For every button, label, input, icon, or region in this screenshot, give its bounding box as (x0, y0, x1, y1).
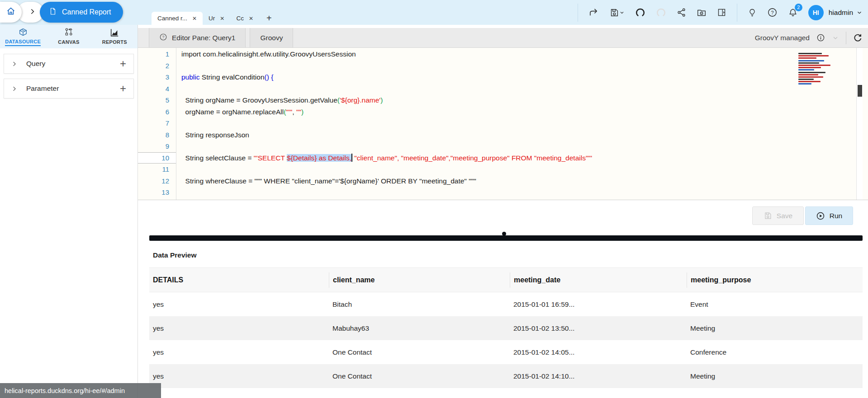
pane-divider[interactable] (149, 235, 863, 241)
line-number: 10 (138, 152, 176, 164)
line-number: 11 (138, 164, 176, 175)
folder-settings-icon[interactable] (697, 8, 707, 18)
save-button[interactable]: Save (752, 206, 804, 225)
code-line[interactable]: String selectClause = '''SELECT ${Detail… (181, 152, 809, 164)
tab-strip-backing (138, 25, 868, 28)
refresh-icon[interactable] (853, 33, 863, 42)
code-line[interactable] (181, 60, 809, 72)
user-menu-chevron-icon[interactable] (856, 9, 863, 16)
notification-badge: 2 (795, 4, 802, 11)
section-label: Parameter (26, 84, 120, 93)
document-tab[interactable]: Cc✕ (230, 12, 259, 25)
close-icon[interactable]: ✕ (192, 15, 197, 22)
preview-table: DETAILSclient_namemeeting_datemeeting_pu… (149, 267, 863, 388)
tab-datasource[interactable]: DATASOURCE (0, 25, 46, 48)
line-number: 6 (138, 106, 176, 118)
sidebar: DATASOURCE CANVAS REPORTS Query+Paramete… (0, 25, 138, 398)
forward-icon[interactable] (588, 7, 599, 18)
line-number: 5 (138, 94, 176, 106)
sidebar-accordion: Query+Parameter+ (0, 48, 138, 98)
editor-scrollbar[interactable] (856, 48, 863, 200)
table-cell: One Contact (329, 372, 510, 380)
status-bar: helical-reports.duckdns.org/hi-ee/#/admi… (0, 383, 161, 398)
run-button[interactable]: Run (805, 206, 853, 225)
undo-icon[interactable] (635, 7, 645, 18)
add-parameter-button[interactable]: + (120, 84, 126, 93)
code-line[interactable]: orgName = orgName.replaceAll("'", "") (181, 106, 809, 118)
code-segment: import com.helicalinsight.efw.utility.Gr… (181, 50, 356, 58)
table-cell: Meeting (687, 372, 863, 380)
tab-reports[interactable]: REPORTS (92, 25, 138, 48)
code-line[interactable]: public String evalCondition() { (181, 71, 809, 83)
code-line[interactable] (181, 83, 809, 95)
gutter-separator (176, 48, 176, 200)
document-tab[interactable]: Ur✕ (203, 12, 230, 25)
breadcrumb-report-pill[interactable]: Canned Report (40, 2, 123, 23)
code-line[interactable]: String whereClause = """ WHERE "client_n… (181, 175, 809, 187)
code-segment: String evalCondition (200, 73, 265, 81)
code-line[interactable]: import com.helicalinsight.efw.utility.Gr… (181, 48, 809, 60)
bell-icon[interactable]: 2 (788, 8, 798, 18)
play-circle-icon (816, 211, 825, 220)
code-segment: , (292, 108, 296, 116)
close-icon[interactable]: ✕ (249, 15, 253, 22)
minimap-line (798, 60, 824, 61)
toolbar-separator (737, 4, 737, 22)
minimap-line (798, 81, 821, 82)
lightbulb-icon[interactable] (748, 8, 757, 17)
document-tab-label: Ur (209, 15, 215, 22)
code-lines: import com.helicalinsight.efw.utility.Gr… (181, 48, 809, 198)
sidebar-section-query[interactable]: Query+ (4, 54, 134, 74)
editor-pane-tab-label: Editor Pane: Query1 (172, 34, 235, 42)
new-tab-button[interactable]: + (266, 13, 272, 25)
avatar[interactable]: HI (808, 5, 824, 20)
username[interactable]: hiadmin (829, 9, 853, 17)
help-icon[interactable]: ? (767, 7, 778, 18)
svg-text:?: ? (771, 10, 773, 15)
home-button[interactable] (0, 2, 22, 23)
table-cell: Mabuhay63 (329, 324, 510, 332)
toolbar-separator (578, 4, 578, 22)
scrollbar-thumb[interactable] (858, 85, 862, 97)
table-cell: Conference (687, 348, 863, 356)
table-cell: yes (149, 324, 329, 332)
table-cell: Event (687, 300, 863, 309)
add-query-button[interactable]: + (120, 59, 126, 68)
document-tab-label: Canned r... (157, 15, 187, 22)
editor-pane-tab[interactable]: ? Editor Pane: Query1 (149, 28, 246, 47)
tab-label: CANVAS (58, 39, 79, 46)
share-icon[interactable] (677, 8, 686, 17)
code-line[interactable] (181, 117, 809, 129)
code-segment: orgName = orgName.replaceAll (181, 108, 284, 116)
code-line[interactable]: String responseJson (181, 129, 809, 141)
save-icon[interactable] (609, 8, 625, 18)
table-cell: Bitach (329, 300, 510, 309)
groovy-tab[interactable]: Groovy (250, 28, 293, 47)
table-cell: yes (149, 300, 329, 309)
code-line[interactable] (181, 164, 809, 175)
info-icon[interactable] (816, 33, 825, 42)
mode-dropdown-chevron-icon[interactable] (832, 34, 839, 42)
top-bar: Canned Report Canned r...✕Ur✕Cc✕+ (0, 0, 868, 25)
code-line[interactable] (181, 140, 809, 152)
panel-layout-icon[interactable] (717, 8, 726, 17)
floppy-icon (764, 211, 772, 220)
close-icon[interactable]: ✕ (220, 15, 224, 22)
minimap-line (798, 53, 822, 54)
minimap-line (798, 72, 825, 73)
question-circle-icon: ? (159, 33, 167, 43)
section-label: Query (26, 60, 120, 68)
code-segment: () { (265, 73, 274, 81)
code-segment: "" (296, 108, 301, 116)
code-editor[interactable]: 12345678910111213 import com.helicalinsi… (138, 48, 868, 200)
redo-icon[interactable] (656, 7, 666, 18)
sidebar-section-parameter[interactable]: Parameter+ (4, 79, 134, 98)
tab-canvas[interactable]: CANVAS (46, 25, 91, 48)
code-segment: String orgName = GroovyUsersSession.getV… (181, 96, 337, 104)
document-tab[interactable]: Canned r...✕ (152, 12, 203, 25)
line-number: 9 (138, 140, 176, 152)
line-number: 13 (138, 187, 176, 198)
code-line[interactable]: String orgName = GroovyUsersSession.getV… (181, 94, 809, 106)
tab-label: DATASOURCE (5, 39, 41, 46)
code-line[interactable] (181, 187, 809, 198)
